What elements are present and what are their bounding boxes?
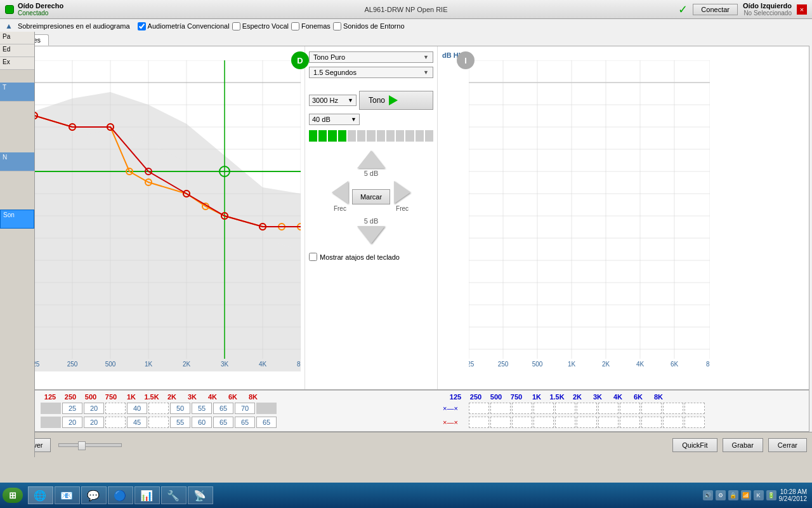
overlays-label: Sobreimpresiones en el audiograma (18, 22, 130, 30)
quickfit-button[interactable]: QuickFit (672, 438, 717, 452)
keyboard-shortcuts-row[interactable]: Mostrar atajos del teclado (309, 253, 433, 261)
taskbar-icon-7: 📡 (193, 490, 206, 502)
right-ear-title: Oído Izquierdo (743, 2, 792, 10)
freq-label-250: 250 (60, 393, 81, 401)
frec-left-button[interactable] (332, 181, 348, 204)
svg-text:4K: 4K (636, 361, 645, 368)
r-freq-8k: 8K (648, 393, 669, 401)
taskbar-items: 🌐 📧 💬 🔵 📊 🔧 📡 (28, 486, 213, 504)
volume-slider[interactable] (58, 443, 122, 447)
frequency-dropdown[interactable]: 3000 Hz ▼ (309, 95, 357, 106)
svg-text:4K: 4K (259, 361, 267, 368)
r1-6k: 70 (235, 403, 255, 414)
dialog-window: Oído Derecho Conectado AL961-DRW NP Open… (0, 0, 812, 457)
x-mark-icon: ×—× (443, 404, 458, 412)
left-data-area: 125 250 500 750 1K 1.5K 2K 3K 4K 6K 8K (8, 393, 804, 429)
up-db-button[interactable] (357, 150, 385, 168)
title-bar-right: ✓ Conectar Oído Izquierdo No Seleccionad… (678, 2, 807, 17)
audiometria-checkbox[interactable] (138, 22, 146, 30)
close-button[interactable]: × (797, 4, 807, 15)
vol-seg-8 (377, 130, 385, 142)
rr2-2k (598, 417, 619, 428)
svg-text:500: 500 (105, 361, 116, 368)
freq-label-8k: 8K (243, 393, 263, 401)
espectro-checkbox[interactable] (232, 22, 240, 30)
grabar-button[interactable]: Grabar (723, 438, 763, 452)
side-panel-item-6: Son (0, 210, 34, 229)
down-db-button[interactable] (357, 226, 385, 244)
app-wrapper: Oído Derecho Conectado AL961-DRW NP Open… (0, 0, 812, 508)
fonemas-checkbox[interactable] (291, 22, 299, 30)
tono-button[interactable]: Tono (359, 91, 433, 110)
sonidos-label: Sonidos de Entorno (343, 22, 405, 30)
rr2-15k (577, 417, 597, 428)
right-row1: ×—× (443, 402, 804, 415)
clock-date: 9/24/2012 (779, 495, 808, 502)
taskbar-item-7[interactable]: 📡 (188, 486, 213, 504)
connect-button[interactable]: Conectar (693, 4, 738, 15)
checkbox-sonidos[interactable]: Sonidos de Entorno (333, 22, 405, 30)
rr2-500 (512, 417, 532, 428)
r-freq-15k: 1.5K (547, 393, 567, 401)
right-row2-icon: ×—× (443, 418, 468, 426)
taskbar-icon-5: 📊 (140, 490, 153, 502)
taskbar-item-6[interactable]: 🔧 (161, 486, 187, 504)
side-panel-item-5: N (0, 152, 34, 171)
right-freq-labels: 125 250 500 750 1K 1.5K 2K 3K 4K 6K 8K (445, 393, 804, 401)
frec-right-button[interactable] (394, 181, 410, 204)
cerrar-button[interactable]: Cerrar (768, 438, 807, 452)
r-freq-4k: 4K (608, 393, 628, 401)
checkbox-audiometria[interactable]: Audiometría Convencional (138, 22, 230, 30)
taskbar-item-1[interactable]: 🌐 (28, 486, 53, 504)
overlays-expand-icon[interactable]: ▲ (5, 22, 13, 30)
svg-text:125: 125 (469, 361, 475, 368)
rr1-4k (641, 403, 662, 414)
systray-icon-2: ⚙ (716, 490, 726, 500)
svg-text:3K: 3K (221, 361, 229, 368)
tab-bar: Umbrales (0, 33, 812, 46)
right-graph-area: dB HL (469, 60, 806, 373)
r-freq-250: 250 (466, 393, 486, 401)
freq-label-500: 500 (81, 393, 101, 401)
rr2-250 (490, 417, 511, 428)
svg-text:250: 250 (67, 361, 78, 368)
audiometria-label: Audiometría Convencional (148, 22, 230, 30)
taskbar-item-2[interactable]: 📧 (55, 486, 80, 504)
db-dropdown[interactable]: 40 dB ▼ (309, 114, 360, 125)
duration-arrow-icon: ▼ (423, 69, 429, 76)
left-freq-labels: 125 250 500 750 1K 1.5K 2K 3K 4K 6K 8K (40, 393, 310, 401)
start-button[interactable]: ⊞ (3, 488, 23, 503)
checkbox-fonemas[interactable]: Fonemas (291, 22, 331, 30)
taskbar-item-5[interactable]: 📊 (134, 486, 160, 504)
r1-3k: 55 (192, 403, 212, 414)
rr1-1k (555, 403, 575, 414)
r1-500: 20 (84, 403, 104, 414)
taskbar-item-4[interactable]: 🔵 (108, 486, 133, 504)
frec-left-label: Frec (334, 205, 346, 212)
freq-label-1k: 1K (121, 393, 141, 401)
sonidos-checkbox[interactable] (333, 22, 341, 30)
tone-type-dropdown[interactable]: Tono Puro ▼ (309, 51, 433, 63)
marcar-button[interactable]: Marcar (352, 189, 390, 204)
left-row1: 25 20 40 50 55 65 70 (8, 402, 310, 415)
taskbar-item-3[interactable]: 💬 (81, 486, 107, 504)
bottom-toolbar: Talk Over QuickFit Grabar Cerrar (0, 432, 812, 457)
duration-value: 1.5 Segundos (313, 69, 423, 76)
svg-text:250: 250 (498, 361, 509, 368)
frec-right-container: Frec (394, 181, 410, 212)
r1-750 (105, 403, 126, 414)
keyboard-shortcuts-checkbox[interactable] (309, 253, 317, 261)
right-ear-info: Oído Izquierdo No Seleccionado (743, 2, 792, 17)
taskbar-icon-3: 💬 (87, 490, 100, 502)
espectro-label: Espectro Vocal (242, 22, 289, 30)
svg-text:1K: 1K (568, 361, 576, 368)
r2-500: 20 (84, 417, 104, 428)
duration-dropdown[interactable]: 1.5 Segundos ▼ (309, 67, 433, 78)
checkbox-espectro[interactable]: Espectro Vocal (232, 22, 289, 30)
keyboard-shortcuts-label: Mostrar atajos del teclado (320, 253, 400, 261)
systray-icon-4: 📶 (741, 490, 751, 500)
svg-text:500: 500 (532, 361, 543, 368)
down-db-label: 5 dB (364, 217, 379, 225)
slider-handle[interactable] (78, 441, 86, 450)
left-audiogram-svg: -10 0 10 20 30 40 50 60 70 80 90 100 110… (34, 60, 301, 371)
